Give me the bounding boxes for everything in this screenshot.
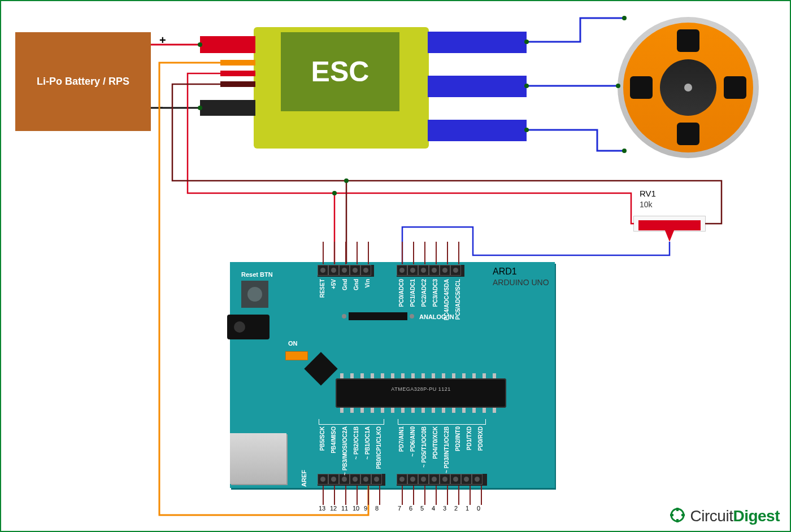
node-icon bbox=[622, 16, 627, 20]
svg-rect-7 bbox=[681, 514, 685, 516]
node-icon bbox=[332, 191, 337, 195]
circuitdigest-logo: CircuitDigest bbox=[669, 507, 780, 525]
node-icon bbox=[198, 42, 202, 47]
svg-rect-4 bbox=[676, 508, 679, 511]
diagram-canvas: Li-Po Battery / RPS + - ESC RV1 10k Rese… bbox=[0, 0, 791, 532]
wire-layer bbox=[1, 1, 791, 532]
node-icon bbox=[622, 149, 627, 153]
node-icon bbox=[616, 84, 620, 88]
node-icon bbox=[524, 40, 529, 44]
svg-rect-5 bbox=[676, 519, 679, 522]
logo-text-2: Digest bbox=[733, 507, 780, 525]
node-icon bbox=[344, 178, 349, 183]
svg-rect-6 bbox=[670, 514, 673, 516]
node-icon bbox=[198, 106, 202, 110]
node-icon bbox=[524, 128, 529, 132]
logo-text-1: Circuit bbox=[690, 507, 733, 525]
node-icon bbox=[524, 84, 529, 88]
